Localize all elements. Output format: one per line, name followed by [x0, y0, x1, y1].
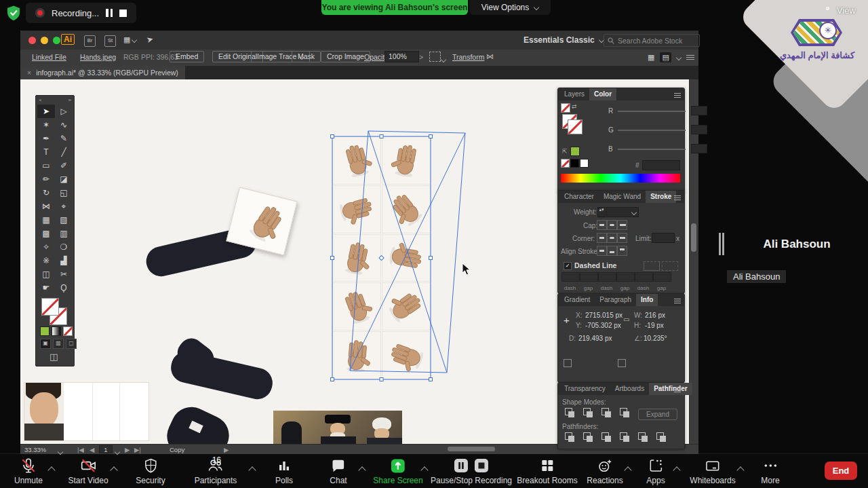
panel-menu-icon[interactable]	[674, 297, 681, 305]
dash-value-field[interactable]	[653, 272, 671, 282]
apps-button[interactable]: Apps	[646, 457, 665, 485]
suit-arm-image[interactable]	[158, 341, 277, 405]
rotate-tool[interactable]: ↻	[37, 186, 55, 200]
artboard-tool[interactable]: ◫	[37, 267, 55, 281]
eraser-tool[interactable]: ◪	[55, 172, 73, 186]
none-swatch[interactable]	[561, 159, 570, 168]
hand-photo-cell[interactable]	[332, 185, 381, 233]
align-inside-button[interactable]	[607, 246, 617, 256]
dash-value-field[interactable]	[598, 272, 616, 282]
start-video-button[interactable]: Start Video	[68, 457, 108, 485]
bridge-icon[interactable]: Br	[84, 35, 96, 47]
first-artboard-icon[interactable]: |◀	[77, 446, 84, 453]
filename-link[interactable]: Hands.jpeg	[80, 53, 116, 61]
stock-icon[interactable]: St	[104, 35, 116, 47]
lasso-tool[interactable]: ∿	[55, 118, 73, 132]
panel-menu-icon[interactable]	[674, 92, 681, 99]
opacity-expand-arrow[interactable]: >	[419, 53, 423, 61]
round-join-button[interactable]	[607, 233, 617, 243]
color-mode-button[interactable]	[40, 326, 50, 336]
minus-back-icon[interactable]	[655, 432, 669, 444]
bevel-join-button[interactable]	[617, 233, 627, 243]
blend-tool[interactable]: ❍	[55, 240, 73, 254]
chat-options-chevron[interactable]	[359, 464, 365, 476]
arrange-documents-icon[interactable]: ▦	[123, 35, 136, 44]
prev-artboard-icon[interactable]: ◀	[90, 446, 94, 453]
breakout-rooms-button[interactable]: Breakout Rooms	[517, 457, 577, 485]
magic-wand-tool[interactable]: ✶	[37, 118, 55, 132]
last-artboard-icon[interactable]: ▶|	[134, 446, 141, 453]
workspace-switcher[interactable]: Essentials Classic	[524, 35, 604, 45]
opacity-value-field[interactable]: 100%	[384, 51, 419, 62]
hand-tool[interactable]: ☛	[37, 281, 55, 295]
channel-slider[interactable]	[618, 130, 686, 131]
curvature-tool[interactable]: ✎	[55, 132, 73, 145]
share-options-chevron[interactable]	[422, 464, 427, 476]
panel-tab-info[interactable]: Info	[636, 294, 658, 306]
miter-join-button[interactable]	[597, 233, 607, 243]
resize-handle-bar[interactable]	[722, 233, 724, 255]
channel-slider[interactable]	[618, 111, 686, 112]
face-photo-panel[interactable]	[24, 382, 149, 441]
linked-file-link[interactable]: Linked File	[32, 53, 66, 61]
color-spectrum-bar[interactable]	[561, 174, 680, 183]
hand-photo-cell[interactable]	[332, 136, 381, 185]
align-outside-button[interactable]	[617, 246, 627, 256]
zoom-window-button[interactable]	[53, 37, 60, 44]
mesh-tool[interactable]: ▩	[37, 227, 55, 240]
black-swatch[interactable]	[570, 159, 579, 168]
panel-tab-pathfinder[interactable]: Pathfinder	[649, 383, 692, 395]
stroke-indicator-icon[interactable]: ⇱	[562, 148, 568, 155]
video-options-chevron[interactable]	[111, 464, 117, 476]
none-stroke-swatch[interactable]	[568, 119, 583, 134]
panel-layout-icon[interactable]: ▤	[660, 52, 671, 62]
hand-photo-cell[interactable]	[382, 282, 431, 331]
panel-tab-paragraph[interactable]: Paragraph	[595, 294, 636, 306]
eyedropper-tool[interactable]: ✧	[37, 240, 55, 254]
free-transform-tool[interactable]: ⌖	[55, 200, 73, 213]
fill-proxy-swatch[interactable]	[561, 103, 570, 113]
hand-photo-cell[interactable]	[332, 282, 381, 331]
outline-icon[interactable]	[637, 432, 650, 444]
panel-tab-layers[interactable]: Layers	[559, 88, 589, 100]
dash-value-field[interactable]	[635, 272, 653, 282]
document-tab[interactable]: × infograph.ai* @ 33.33% (RGB/GPU Previe…	[20, 66, 185, 79]
panel-menu-icon[interactable]	[674, 386, 681, 394]
panel-tab-artboards[interactable]: Artboards	[610, 383, 649, 395]
merge-icon[interactable]	[600, 432, 614, 444]
draw-inside-button[interactable]: ▢	[66, 339, 77, 349]
weight-dropdown[interactable]	[606, 207, 639, 217]
close-tab-icon[interactable]: ×	[27, 69, 31, 77]
dashed-line-checkbox[interactable]: ✓	[564, 262, 572, 270]
hex-value-field[interactable]	[642, 160, 680, 170]
view-button[interactable]: View	[826, 5, 856, 16]
column-graph-tool[interactable]: ▟	[55, 254, 73, 267]
transform-link[interactable]: Transform	[452, 53, 484, 61]
scrollbar-thumb[interactable]	[691, 223, 696, 252]
dash-value-field[interactable]	[561, 272, 580, 282]
symbol-sprayer-tool[interactable]: ※	[37, 254, 55, 267]
direct-selection-tool[interactable]: ▷	[55, 105, 73, 118]
swap-colors-icon[interactable]: ⇄	[572, 103, 577, 110]
participants-options-chevron[interactable]	[250, 464, 255, 476]
zoom-tool[interactable]: Ϙ	[55, 281, 73, 295]
expand-button[interactable]: Expand	[638, 409, 677, 420]
last-color-swatch[interactable]	[570, 147, 580, 156]
panel-tab-stroke[interactable]: Stroke	[646, 191, 676, 203]
share-screen-button[interactable]: Share Screen	[373, 457, 422, 485]
polls-button[interactable]: Polls	[275, 457, 293, 485]
panel-tab-color[interactable]: Color	[589, 88, 616, 100]
panel-menu-icon[interactable]	[674, 194, 681, 202]
scale-tool[interactable]: ◱	[55, 186, 73, 200]
pause-stop-recording-button[interactable]: Pause/Stop Recording	[431, 457, 512, 485]
crop-icon[interactable]	[618, 432, 632, 444]
apps-options-chevron[interactable]	[674, 464, 679, 476]
panel-tab-magic-wand[interactable]: Magic Wand	[599, 191, 646, 203]
draw-behind-button[interactable]: ▥	[53, 339, 64, 349]
resize-handle-bar[interactable]	[719, 233, 721, 255]
fill-color-swatch[interactable]	[41, 298, 59, 316]
share-icon[interactable]: ➤	[145, 34, 154, 45]
dash-value-field[interactable]	[616, 272, 635, 282]
shape-builder-tool[interactable]: ▦	[37, 213, 55, 227]
perspective-grid-tool[interactable]: ▧	[55, 213, 73, 227]
